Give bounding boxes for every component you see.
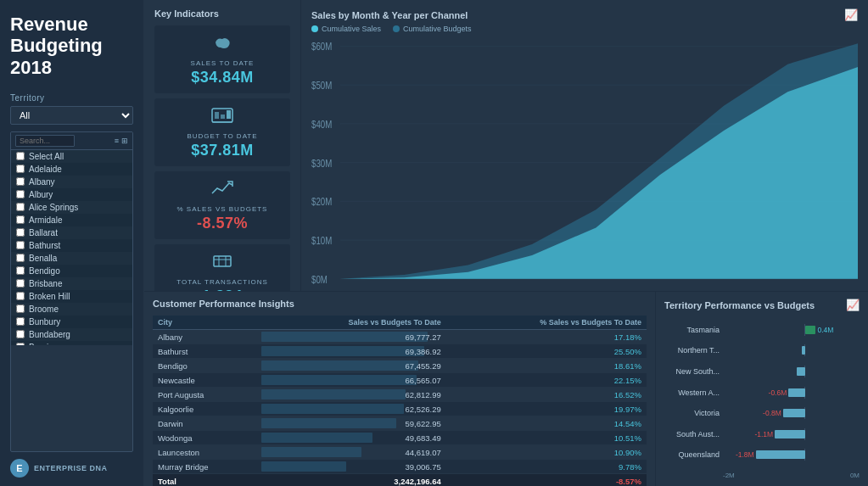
city-checkbox[interactable]	[16, 343, 25, 345]
city-name: Bendigo	[29, 266, 60, 276]
table-cell-pct: 9.78%	[446, 460, 647, 474]
kpi-value-budget-to-date: $37.81M	[191, 142, 254, 159]
table-row: Wodonga49,683.4910.51%	[153, 431, 647, 445]
cart-icon	[209, 251, 236, 271]
axis-label-0m: 0M	[850, 472, 860, 479]
sales-chart-svg: $0M $10M $20M $30M $40M $50M $60M	[311, 36, 858, 286]
city-list-item: Broome	[11, 303, 132, 316]
city-list-item: Benalla	[11, 252, 132, 265]
table-cell-sales: 59,622.95	[261, 416, 445, 431]
city-name: Albany	[29, 177, 55, 187]
territory-label: Western A...	[664, 388, 720, 397]
city-checkbox[interactable]	[16, 330, 25, 338]
sidebar: Revenue Budgeting 2018 Territory All ≡ ⊞…	[0, 0, 144, 486]
table-row: Newcastle66,565.0722.15%	[153, 373, 647, 388]
city-list-item: Bathurst	[11, 239, 132, 252]
kpi-label-pct-sales-vs-budgets: % SALES VS BUDGETS	[177, 205, 268, 213]
territory-bar-wrap: 0.4M	[723, 324, 860, 336]
table-cell-sales: 62,812.99	[261, 388, 445, 402]
app-title: Revenue Budgeting 2018	[10, 14, 133, 78]
territory-label: New South...	[664, 367, 720, 376]
kpi-value-pct-sales-vs-budgets: -8.57%	[197, 215, 248, 232]
table-cell-city: Bathurst	[153, 344, 261, 359]
city-list: Select AllAdelaideAlbanyAlburyAlice Spri…	[11, 150, 132, 345]
table-cell-pct: 18.61%	[446, 359, 647, 373]
city-checkbox[interactable]	[16, 317, 25, 326]
svg-text:$50M: $50M	[311, 80, 332, 92]
city-list-item: Alice Springs	[11, 201, 132, 214]
city-checkbox[interactable]	[16, 279, 25, 288]
city-name: Albury	[29, 190, 53, 199]
territory-bar-wrap	[723, 366, 860, 377]
kpi-label-total-transactions: TOTAL TRANSACTIONS	[176, 278, 268, 286]
table-row: Darwin59,622.9514.54%	[153, 416, 647, 431]
svg-rect-1	[215, 112, 219, 119]
svg-text:$20M: $20M	[311, 196, 332, 208]
table-cell-sales: 44,619.07	[261, 445, 445, 460]
axis-label-neg2m: -2M	[723, 472, 735, 479]
kpi-icon-pct-sales-vs-budgets	[209, 178, 236, 204]
trend-icon	[209, 178, 236, 198]
city-name: Ballarat	[29, 228, 58, 237]
table-cell-sales: 49,683.49	[261, 431, 445, 445]
city-checkbox[interactable]	[16, 292, 25, 300]
table-cell-pct: 10.90%	[446, 445, 647, 460]
territory-label: Queensland	[664, 450, 720, 459]
table-cell-city: Albany	[153, 330, 261, 344]
svg-text:$40M: $40M	[311, 118, 332, 130]
city-checkbox[interactable]	[16, 177, 25, 186]
city-checkbox[interactable]	[16, 304, 25, 313]
territory-bar	[797, 367, 805, 376]
city-checkbox[interactable]	[16, 266, 25, 275]
territory-axis: -2M 0M	[664, 472, 860, 479]
svg-text:$10M: $10M	[311, 235, 332, 247]
territory-chart-icon[interactable]: 📈	[846, 299, 860, 311]
city-search-input[interactable]	[15, 135, 75, 147]
city-name: Select All	[29, 152, 64, 161]
chart-expand-icon[interactable]: 📈	[844, 8, 858, 21]
table-cell-pct: 14.54%	[446, 416, 647, 431]
city-name: Burnie	[29, 343, 53, 345]
territory-bar-row: Tasmania0.4M	[664, 324, 860, 336]
city-list-item: Bundaberg	[11, 328, 132, 341]
chart-svg-wrap: $0M $10M $20M $30M $40M $50M $60M	[311, 36, 858, 286]
chart-legend: Cumulative SalesCumulative Budgets	[311, 25, 858, 33]
city-checkbox[interactable]	[16, 228, 25, 237]
territory-bar-row: Victoria-0.8M	[664, 407, 860, 419]
city-list-item: Bendigo	[11, 265, 132, 277]
city-checkbox[interactable]	[16, 190, 25, 198]
kpi-value-sales-to-date: $34.84M	[191, 69, 254, 87]
city-checkbox[interactable]	[16, 215, 25, 224]
table-row: Murray Bridge39,006.759.78%	[153, 460, 647, 474]
city-list-item: Bunbury	[11, 316, 132, 328]
table-cell-city: Murray Bridge	[153, 460, 261, 474]
kpi-card-sales-to-date: SALES TO DATE$34.84M	[154, 25, 290, 93]
city-list-item: Ballarat	[11, 226, 132, 239]
territory-bar	[775, 430, 804, 439]
territory-bar-row: Northern T...	[664, 344, 860, 356]
key-indicators-panel: Key Indicators SALES TO DATE$34.84M BUDG…	[144, 0, 301, 291]
budget-icon	[209, 105, 236, 126]
territory-bar-row: New South...	[664, 366, 860, 377]
key-indicators-title: Key Indicators	[154, 8, 290, 19]
city-checkbox[interactable]	[16, 203, 25, 211]
table-cell-sales: 39,006.75	[261, 460, 445, 474]
city-checkbox[interactable]	[16, 241, 25, 249]
kpi-card-budget-to-date: BUDGET TO DATE$37.81M	[154, 98, 290, 166]
table-cell-pct: 10.51%	[446, 431, 647, 445]
city-checkbox[interactable]	[16, 152, 25, 160]
city-checkbox[interactable]	[16, 165, 25, 173]
territory-bar-wrap: -1.8M	[723, 449, 860, 461]
territory-select[interactable]: All	[10, 106, 133, 125]
svg-text:$30M: $30M	[311, 157, 332, 169]
svg-text:$60M: $60M	[311, 41, 332, 53]
city-list-item: Select All	[11, 150, 132, 163]
city-checkbox[interactable]	[16, 254, 25, 262]
territory-value: -1.1M	[754, 430, 773, 439]
svg-marker-24	[340, 67, 858, 279]
city-name: Armidale	[29, 215, 62, 225]
city-name: Adelaide	[29, 165, 62, 174]
territory-bar-wrap	[723, 344, 860, 356]
territory-section: Territory Performance vs Budgets 📈 Tasma…	[656, 292, 868, 486]
territory-bar-wrap: -0.6M	[723, 387, 860, 399]
